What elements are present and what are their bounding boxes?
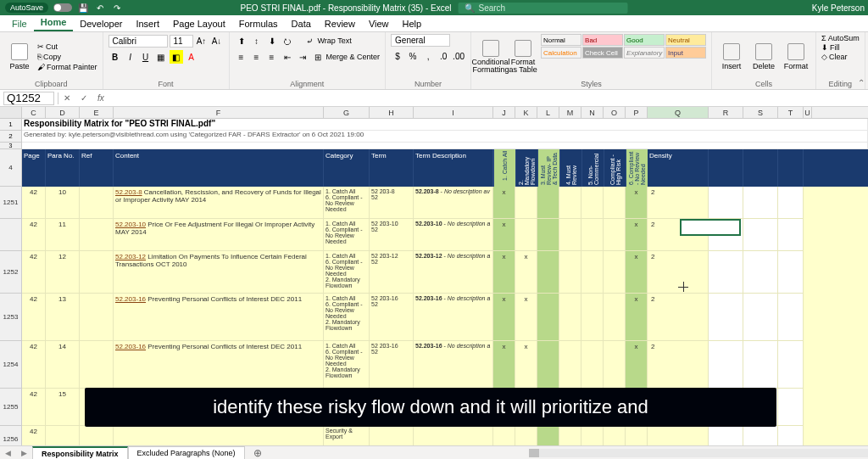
row-header[interactable]: 4 [0,149,22,187]
font-size-input[interactable] [170,35,193,48]
cell[interactable] [648,426,709,445]
col-header[interactable]: N [581,107,604,118]
col-header[interactable]: Q [648,107,709,118]
style-input[interactable]: Input [665,47,706,59]
col-header[interactable]: K [515,107,537,118]
tab-formulas[interactable]: Formulas [232,16,285,31]
col-header[interactable]: L [537,107,559,118]
cell[interactable] [559,251,581,294]
cell[interactable]: x [626,219,648,251]
style-expl[interactable]: Explanatory [624,47,665,59]
col-header[interactable]: H [370,107,414,118]
cell[interactable] [743,294,778,341]
insert-cells-button[interactable]: Insert [717,34,746,80]
cell[interactable]: x [493,341,515,389]
cell[interactable]: 2 [648,187,709,219]
style-normal[interactable]: Normal [541,34,581,46]
cell[interactable] [559,187,581,219]
bold-button[interactable]: B [108,50,122,64]
ribbon-collapse-icon[interactable]: ⌃ [858,78,865,87]
cell[interactable] [778,426,804,445]
dec-decimal-icon[interactable]: .00 [452,49,465,63]
cell[interactable]: x [493,219,515,251]
cell[interactable] [581,251,604,294]
sheet-tab-excluded[interactable]: Excluded Paragraphs (None) [128,446,245,459]
formula-input[interactable] [109,92,868,105]
cell[interactable]: x [626,251,648,294]
autosum-button[interactable]: ΣAutoSum [821,34,860,42]
cell[interactable] [581,187,604,219]
cell[interactable] [581,294,604,341]
cell[interactable] [778,251,804,294]
redo-icon[interactable]: ↷ [111,2,123,14]
table-row[interactable]: 1252421252.203-12 Limitation On Payments… [0,251,868,294]
col-header[interactable]: U [804,107,812,118]
row-header[interactable] [0,219,22,251]
cell[interactable]: 52.203-16 - No description a [414,294,493,341]
cell[interactable]: 1. Catch All6. Compliant - No Review Nee… [324,341,370,389]
col-header[interactable]: D [46,107,80,118]
cell[interactable]: 1. Catch All6. Compliant - No Review Nee… [324,294,370,341]
search-box[interactable]: 🔍 Search [458,3,627,14]
underline-button[interactable]: U [139,50,153,64]
cell[interactable] [778,294,804,341]
style-check[interactable]: Check Cell [582,47,623,59]
cancel-icon[interactable]: ✕ [58,93,75,103]
sheet-tab-matrix[interactable]: Responsibility Matrix [32,446,128,460]
table-row[interactable]: 1253421352.203-16 Preventing Personal Co… [0,294,868,341]
col-header[interactable]: G [324,107,370,118]
cell[interactable] [493,426,515,445]
italic-button[interactable]: I [124,50,137,64]
cell[interactable] [515,219,537,251]
tab-review[interactable]: Review [318,16,362,31]
cell[interactable]: 14 [46,341,80,389]
select-all-corner[interactable] [0,107,22,118]
tab-file[interactable]: File [5,16,34,31]
tab-insert[interactable]: Insert [129,16,166,31]
col-header[interactable]: J [493,107,515,118]
undo-icon[interactable]: ↶ [94,2,106,14]
cell[interactable] [581,219,604,251]
align-center-icon[interactable]: ≡ [250,50,264,64]
orientation-icon[interactable]: ⭮ [281,34,294,48]
tab-developer[interactable]: Developer [73,16,129,31]
align-right-icon[interactable]: ≡ [265,50,279,64]
cell[interactable] [709,341,743,389]
cell[interactable] [709,426,743,445]
horizontal-scrollbar[interactable] [529,449,868,457]
decrease-font-icon[interactable]: A↓ [210,34,224,48]
col-header[interactable]: F [114,107,324,118]
border-button[interactable]: ▦ [154,50,168,64]
cell[interactable]: 52.203-16 Preventing Personal Conflicts … [114,341,324,389]
cell[interactable]: Security & Export [324,426,370,445]
cell[interactable] [709,219,743,251]
cell[interactable]: x [515,341,537,389]
cell[interactable]: x [626,187,648,219]
cell[interactable] [114,426,324,445]
cell[interactable]: 10 [46,187,80,219]
cell[interactable] [414,426,493,445]
format-as-table-button[interactable]: Format as Table [509,34,537,80]
align-left-icon[interactable]: ≡ [235,50,248,64]
new-sheet-button[interactable]: ⊕ [245,445,270,460]
cell[interactable]: 52 203-1652 [370,294,414,341]
tab-help[interactable]: Help [396,16,429,31]
cell[interactable]: 42 [22,187,46,219]
cell[interactable] [559,341,581,389]
cell[interactable]: 15 [46,389,80,426]
save-icon[interactable]: 💾 [77,2,89,14]
currency-icon[interactable]: $ [391,49,404,63]
cell[interactable] [559,426,581,445]
cell[interactable] [743,426,778,445]
cell[interactable] [515,426,537,445]
percent-icon[interactable]: % [406,49,420,63]
col-header[interactable]: E [80,107,114,118]
row-header[interactable]: 1251 [0,187,22,219]
row-header[interactable]: 1254 [0,341,22,389]
cell[interactable] [80,251,114,294]
cell[interactable] [515,187,537,219]
cell[interactable]: 52.203-16 Preventing Personal Conflicts … [114,294,324,341]
clear-button[interactable]: ◇Clear [821,53,860,61]
fx-icon[interactable]: fx [92,93,109,103]
copy-button[interactable]: ⎘Copy [37,53,97,61]
